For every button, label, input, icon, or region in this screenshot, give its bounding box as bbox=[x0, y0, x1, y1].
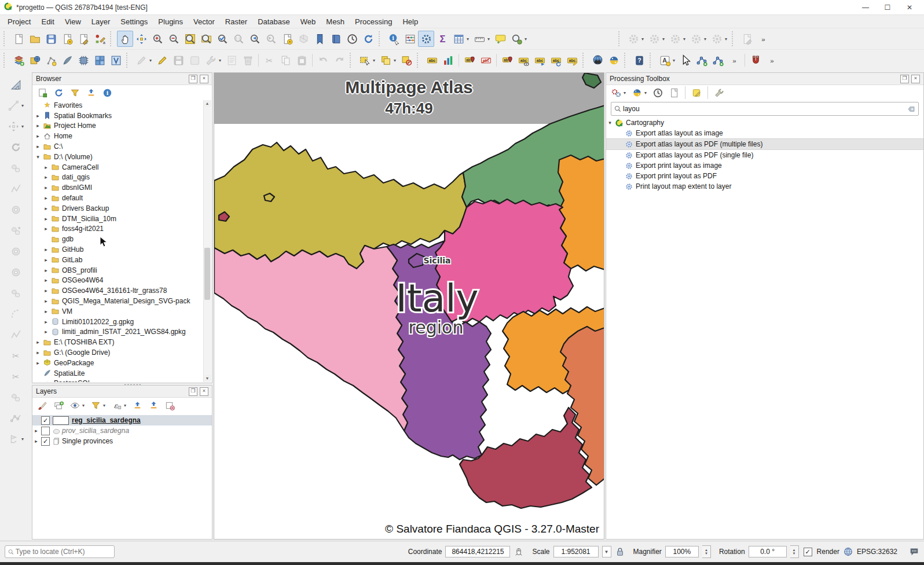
show-statistics-icon[interactable]: Σ bbox=[434, 31, 450, 47]
menu-vector[interactable]: Vector bbox=[188, 16, 220, 27]
expander-icon[interactable]: ▸ bbox=[32, 428, 40, 434]
browser-item-default[interactable]: ▸default bbox=[33, 193, 204, 203]
expander-icon[interactable]: ▸ bbox=[42, 185, 50, 190]
add-raster-layer-icon[interactable] bbox=[27, 52, 43, 68]
browser-item-github[interactable]: ▸GitHub bbox=[33, 244, 204, 255]
browser-item-qgis-mega-material-design-svg-pack[interactable]: ▸QGIS_Mega_Material_Design_SVG-pack bbox=[33, 296, 204, 306]
map-canvas[interactable]: Sicilia Italy region Multipage Atlas 47h… bbox=[214, 72, 604, 540]
move-label-icon[interactable]: abc bbox=[531, 52, 548, 68]
add-postgis-layer-icon[interactable] bbox=[91, 52, 108, 68]
metasearch-icon[interactable] bbox=[589, 52, 606, 68]
expander-icon[interactable]: ▸ bbox=[42, 164, 50, 170]
collapse-all-icon[interactable] bbox=[83, 85, 98, 100]
expander-icon[interactable]: ▸ bbox=[34, 360, 42, 366]
change-label-icon[interactable]: abc bbox=[564, 52, 580, 68]
row-overflow-2-icon[interactable]: » bbox=[764, 52, 780, 68]
pin-labels-icon[interactable]: ab bbox=[461, 52, 478, 68]
algorithm-export-atlas-layout-as-pdf-multiple-files[interactable]: Export atlas layout as PDF (multiple fil… bbox=[606, 138, 923, 150]
algorithm-export-atlas-layout-as-image[interactable]: Export atlas layout as image bbox=[606, 128, 923, 138]
menu-view[interactable]: View bbox=[60, 16, 86, 27]
expander-icon[interactable]: ▾ bbox=[34, 154, 42, 160]
clear-search-icon[interactable] bbox=[907, 105, 916, 113]
temporal-controller-icon[interactable] bbox=[344, 31, 360, 47]
menu-help[interactable]: Help bbox=[397, 16, 423, 27]
processing-history-icon[interactable] bbox=[650, 85, 665, 100]
processing-search-box[interactable] bbox=[611, 102, 919, 116]
annotation-tools-icon[interactable]: A bbox=[657, 52, 673, 68]
expander-icon[interactable]: ▸ bbox=[42, 277, 50, 283]
expander-icon[interactable]: ▸ bbox=[42, 216, 50, 222]
extents-toggle-icon[interactable] bbox=[514, 546, 524, 557]
layers-float-button[interactable]: ❐ bbox=[189, 387, 197, 396]
browser-item-limiti-admin-istat-2021-wgs84-gpkg[interactable]: ▸limiti_admin_ISTAT_2021_WGS84.gpkg bbox=[33, 327, 204, 337]
expander-icon[interactable]: ▸ bbox=[42, 195, 50, 201]
browser-item-drivers-backup[interactable]: ▸Drivers Backup bbox=[33, 203, 204, 214]
algorithm-print-layout-map-extent-to-layer[interactable]: Print layout map extent to layer bbox=[606, 181, 923, 192]
new-map-view-icon[interactable] bbox=[279, 31, 295, 47]
menu-layer[interactable]: Layer bbox=[86, 16, 116, 27]
maximize-button[interactable]: ☐ bbox=[877, 1, 899, 14]
expander-icon[interactable]: ▸ bbox=[42, 329, 50, 335]
browser-item-project-home[interactable]: ▸Project Home bbox=[33, 121, 204, 131]
expander-icon[interactable]: ▸ bbox=[42, 174, 50, 180]
project-open-icon[interactable] bbox=[27, 31, 43, 47]
coordinate-value[interactable]: 864418,4212215 bbox=[445, 546, 510, 557]
render-checkbox[interactable]: ✓ bbox=[804, 548, 812, 556]
filter-by-expression-dropdown-icon[interactable]: ▾ bbox=[124, 403, 129, 408]
select-by-value-icon[interactable] bbox=[377, 52, 394, 68]
menu-raster[interactable]: Raster bbox=[220, 16, 252, 27]
expander-icon[interactable]: ▸ bbox=[42, 226, 50, 232]
expander-icon[interactable]: ▸ bbox=[34, 350, 42, 355]
processing-options-gears-dropdown-icon[interactable]: ▾ bbox=[624, 90, 628, 96]
zoom-out-icon[interactable] bbox=[166, 31, 182, 47]
browser-item-osgeo4w64[interactable]: ▸OSGeo4W64 bbox=[33, 276, 204, 286]
add-vector-layer-icon[interactable] bbox=[43, 52, 59, 68]
rotation-value[interactable]: 0.0 ° bbox=[749, 546, 787, 557]
new-print-layout-icon[interactable] bbox=[59, 31, 75, 47]
open-layer-styling-icon[interactable] bbox=[35, 398, 50, 413]
vertex-tool-cursor-icon[interactable] bbox=[677, 52, 694, 68]
browser-item-spatial-bookmarks[interactable]: ▸Spatial Bookmarks bbox=[33, 111, 204, 121]
browser-item-foss4g-it2021[interactable]: ▸foss4g-it2021 bbox=[33, 224, 204, 234]
browser-filter-icon[interactable] bbox=[67, 85, 82, 100]
layers-close-button[interactable]: × bbox=[200, 387, 208, 396]
browser-refresh-icon[interactable] bbox=[51, 85, 66, 100]
menu-processing[interactable]: Processing bbox=[350, 16, 397, 27]
pan-map-icon[interactable] bbox=[117, 31, 133, 47]
layer-labeling-icon[interactable]: abc bbox=[424, 52, 440, 68]
expander-icon[interactable]: ▸ bbox=[34, 123, 42, 129]
show-hidden-labels-icon[interactable]: abc bbox=[515, 52, 531, 68]
expander-icon[interactable]: ▸ bbox=[42, 257, 50, 263]
processing-group-cartography[interactable]: ▾Cartography bbox=[606, 118, 923, 128]
browser-item-gitlab[interactable]: ▸GitLab bbox=[33, 255, 204, 265]
snapping-toggle-icon[interactable] bbox=[747, 52, 764, 68]
expander-icon[interactable]: ▸ bbox=[34, 144, 42, 149]
layer-diagram-icon[interactable] bbox=[440, 52, 456, 68]
digitize-curve-icon[interactable] bbox=[694, 52, 710, 68]
highlight-pinned-labels-icon[interactable]: ab bbox=[499, 52, 515, 68]
expander-icon[interactable]: ▸ bbox=[42, 288, 50, 293]
toolbar-overflow-icon[interactable]: » bbox=[755, 31, 771, 47]
filter-by-expression-icon[interactable]: ε bbox=[109, 398, 124, 413]
menu-mesh[interactable]: Mesh bbox=[321, 16, 350, 27]
expander-icon[interactable]: ▸ bbox=[42, 319, 50, 325]
processing-options-gears-icon[interactable] bbox=[608, 85, 624, 100]
manage-map-themes-dropdown-icon[interactable]: ▾ bbox=[82, 403, 87, 408]
browser-scrollbar[interactable]: ▲ ▼ bbox=[203, 100, 211, 382]
expander-icon[interactable]: ▸ bbox=[42, 267, 50, 273]
processing-float-button[interactable]: ❐ bbox=[900, 75, 909, 83]
expander-icon[interactable]: ▸ bbox=[42, 309, 50, 314]
processing-close-button[interactable]: × bbox=[911, 75, 920, 83]
browser-item-e-toshiba-ext[interactable]: ▸E:\ (TOSHIBA EXT) bbox=[33, 337, 204, 347]
rotation-spinner[interactable]: ▲▼ bbox=[790, 545, 799, 558]
menu-web[interactable]: Web bbox=[295, 16, 321, 27]
lock-scale-icon[interactable] bbox=[615, 546, 625, 557]
browser-item-obs-profili[interactable]: ▸OBS_profili bbox=[33, 265, 204, 276]
minimize-button[interactable]: — bbox=[855, 1, 877, 14]
cad-tools-icon[interactable] bbox=[8, 76, 24, 93]
toggle-editing-icon[interactable] bbox=[154, 52, 170, 68]
browser-item-gdb[interactable]: gdb bbox=[33, 234, 204, 244]
browser-properties-icon[interactable]: i bbox=[100, 85, 115, 100]
crs-globe-icon[interactable] bbox=[843, 546, 853, 557]
zoom-to-layer-icon[interactable] bbox=[198, 31, 214, 47]
